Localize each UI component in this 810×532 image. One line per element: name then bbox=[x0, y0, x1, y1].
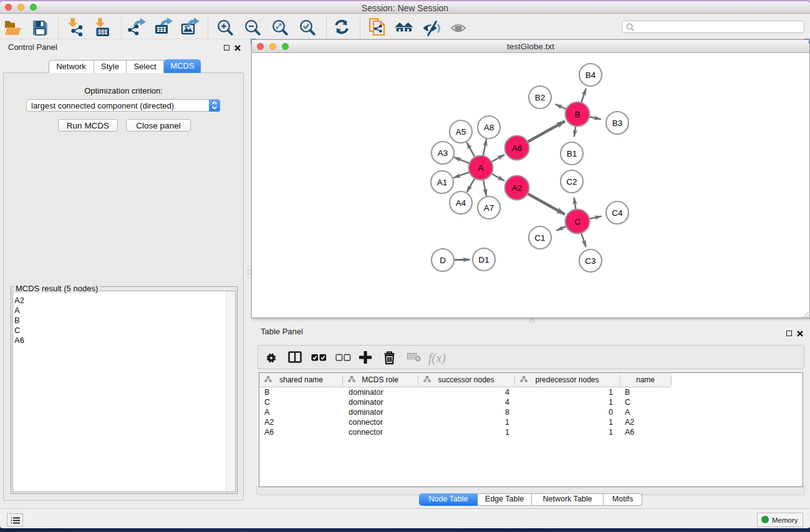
svg-text:B1: B1 bbox=[567, 149, 577, 158]
svg-text:D: D bbox=[440, 256, 446, 265]
svg-text:A2: A2 bbox=[512, 183, 523, 193]
svg-text:C3: C3 bbox=[585, 256, 595, 266]
svg-text:A1: A1 bbox=[437, 178, 448, 187]
svg-text:A8: A8 bbox=[484, 123, 494, 132]
svg-text:B4: B4 bbox=[586, 70, 596, 80]
svg-text:B: B bbox=[574, 110, 580, 119]
svg-text:A4: A4 bbox=[456, 198, 466, 208]
svg-text:D1: D1 bbox=[478, 255, 489, 264]
svg-text:A7: A7 bbox=[484, 203, 494, 213]
svg-text:A3: A3 bbox=[438, 148, 448, 158]
svg-text:A: A bbox=[478, 163, 483, 173]
svg-text:C: C bbox=[574, 217, 581, 226]
svg-text:C1: C1 bbox=[534, 233, 545, 243]
svg-text:C2: C2 bbox=[566, 177, 577, 186]
svg-text:A5: A5 bbox=[456, 127, 466, 137]
svg-text:C4: C4 bbox=[612, 208, 623, 218]
svg-text:B3: B3 bbox=[612, 118, 623, 128]
svg-text:A6: A6 bbox=[512, 143, 523, 153]
svg-text:B2: B2 bbox=[535, 93, 546, 102]
